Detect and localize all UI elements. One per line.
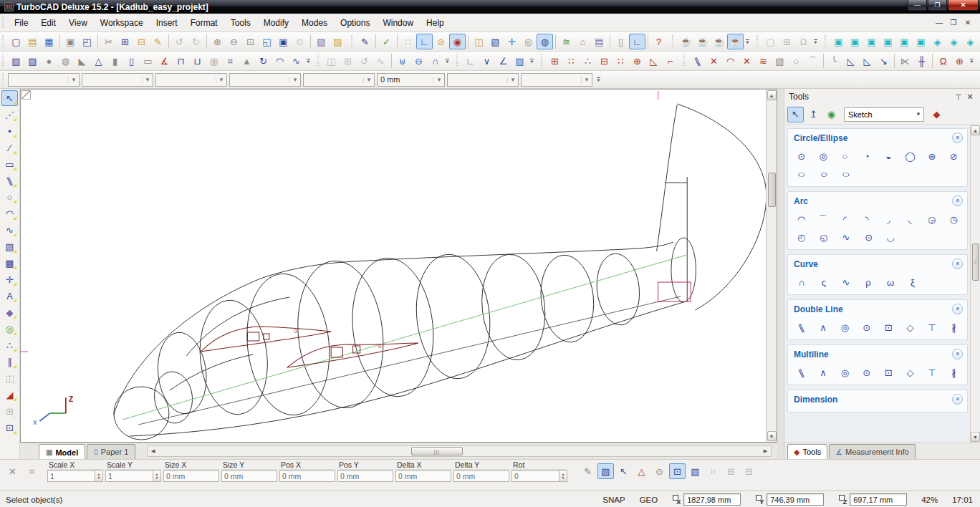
curve-sketch-icon[interactable]: ξ bbox=[903, 274, 922, 290]
field-value[interactable]: 1 bbox=[47, 470, 95, 482]
snap-center-icon[interactable]: ◎ bbox=[1, 321, 18, 337]
panel-splitter[interactable] bbox=[777, 89, 784, 459]
spinner-icon[interactable]: ▲▼ bbox=[153, 470, 161, 482]
double-line-perpendicular-icon[interactable]: ⊤ bbox=[923, 319, 941, 335]
multiline-perpendicular-icon[interactable]: ⊤ bbox=[923, 364, 941, 380]
slab-icon[interactable]: ▭ bbox=[140, 53, 156, 69]
render-wireframe-icon[interactable]: ☕ bbox=[678, 34, 694, 49]
spinner-icon[interactable]: ▲▼ bbox=[95, 470, 103, 482]
selection-info-icon[interactable]: ⌗ bbox=[24, 463, 40, 479]
sheet-tab-paper-1[interactable]: ▯Paper 1 bbox=[87, 444, 135, 459]
menu-file[interactable]: File bbox=[8, 15, 34, 31]
double-line-segment-icon[interactable]: ∥ bbox=[792, 319, 810, 335]
toolbar-grip[interactable] bbox=[825, 35, 828, 48]
pan-icon[interactable]: ✛ bbox=[1, 271, 18, 287]
toolbar-overflow-icon[interactable] bbox=[744, 34, 751, 49]
window-close-button[interactable]: ✕ bbox=[948, 0, 979, 11]
cylinder-copy-icon[interactable]: ⊔ bbox=[189, 53, 206, 69]
cut-icon[interactable]: ✂ bbox=[100, 34, 117, 49]
toolbar-grip[interactable] bbox=[756, 35, 760, 48]
panel-style-set-icon[interactable]: ◆ bbox=[928, 107, 945, 122]
fillet-icon[interactable]: ╰ bbox=[826, 53, 842, 69]
drawing-canvas[interactable]: 0 0 x Z bbox=[20, 89, 777, 443]
prism-icon[interactable]: △ bbox=[90, 53, 107, 69]
menu-window[interactable]: Window bbox=[376, 15, 420, 31]
help-book-icon[interactable]: ? bbox=[650, 34, 667, 49]
app-icon[interactable]: TC bbox=[4, 2, 14, 11]
scroll-left-icon[interactable]: ◀ bbox=[148, 448, 158, 454]
arc-3-point-icon[interactable]: ◝ bbox=[858, 211, 875, 227]
panel-tab-tools[interactable]: ◆Tools bbox=[787, 444, 827, 459]
circle-tan-3-entities-icon[interactable]: ⊛ bbox=[923, 148, 941, 164]
arc-convert-icon[interactable]: ◷ bbox=[945, 211, 963, 227]
elliptical-arc-icon[interactable]: ∿ bbox=[837, 229, 855, 245]
workplane-by-view-icon[interactable]: ∨ bbox=[479, 53, 495, 69]
coordinate-select[interactable]: ▼ bbox=[521, 73, 592, 87]
view-right-icon[interactable]: ▣ bbox=[880, 34, 896, 49]
multiline-polygon-icon[interactable]: ⊙ bbox=[858, 364, 875, 380]
materials-icon[interactable]: ⌂ bbox=[575, 34, 591, 49]
panel-tab-measurement-info[interactable]: ∡Measurement Info bbox=[829, 444, 916, 459]
coordinate-value[interactable]: 1827,98 mm bbox=[683, 493, 741, 506]
cylinder-icon[interactable]: ▮ bbox=[107, 53, 123, 69]
vector-copy-icon[interactable]: ◺ bbox=[645, 53, 662, 69]
view-front-icon[interactable]: ▣ bbox=[830, 34, 847, 49]
view-iso-ne-icon[interactable]: ◈ bbox=[962, 34, 979, 49]
menu-modify[interactable]: Modify bbox=[257, 15, 295, 31]
rotated-ellipse-icon[interactable]: ○ bbox=[815, 166, 833, 182]
fixed-ratio-arc-icon[interactable]: ◡ bbox=[881, 229, 900, 245]
coordinate-axes-icon[interactable]: ∟ bbox=[416, 34, 433, 49]
multi-parallel-icon[interactable]: ≋ bbox=[755, 53, 772, 69]
zoom-in-icon[interactable]: ⊕ bbox=[209, 34, 226, 49]
double-line-rectangle-icon[interactable]: ⊡ bbox=[880, 319, 898, 335]
box-icon[interactable]: ▧ bbox=[8, 53, 24, 69]
chamfer-two-lines-icon[interactable]: ◺ bbox=[859, 53, 875, 69]
canvas-horizontal-scrollbar[interactable]: ◀ ||| ▶ bbox=[147, 445, 772, 457]
axes-toggle-icon[interactable]: ∟ bbox=[629, 34, 645, 49]
toolbar-grip[interactable] bbox=[683, 54, 687, 67]
chamfer-icon[interactable]: ◺ bbox=[842, 53, 859, 69]
circle-icon[interactable]: ○ bbox=[1, 189, 18, 205]
workplane-by-angle-icon[interactable]: ∠ bbox=[495, 53, 511, 69]
zoom-out-icon[interactable]: ⊖ bbox=[226, 34, 242, 49]
view-back-icon[interactable]: ▣ bbox=[847, 34, 863, 49]
menu-edit[interactable]: Edit bbox=[34, 15, 62, 31]
select-3d-mode-icon[interactable]: ▧ bbox=[597, 463, 614, 479]
toolbar-overflow-icon[interactable] bbox=[812, 34, 820, 49]
copy-properties-icon[interactable]: ✎ bbox=[580, 463, 596, 479]
parallel-line-icon[interactable]: ∥ bbox=[689, 53, 706, 69]
vertical-scroll-thumb[interactable] bbox=[768, 173, 776, 207]
ellipse-fixed-ratio-icon[interactable]: ○ bbox=[837, 166, 855, 182]
break-icon[interactable]: ╫ bbox=[913, 53, 930, 69]
toolbar-grip[interactable] bbox=[317, 54, 321, 67]
coordinate-value[interactable]: 697,17 mm bbox=[850, 493, 907, 506]
circle-tan-to-arc-icon[interactable]: ◒ bbox=[880, 148, 898, 164]
save-file-icon[interactable]: ▦ bbox=[41, 34, 57, 49]
export-view-icon[interactable]: ▨ bbox=[330, 34, 346, 49]
sheet-setup-icon[interactable]: ▯ bbox=[612, 34, 629, 49]
open-symbol-library-icon[interactable]: ◫ bbox=[471, 34, 487, 49]
solid-box-icon[interactable]: ▩ bbox=[1, 255, 18, 271]
panel-select-icon[interactable]: ↖ bbox=[787, 107, 804, 122]
format-painter-icon[interactable]: ✎ bbox=[150, 34, 166, 49]
rotate-3d-icon[interactable]: ↻ bbox=[255, 53, 272, 69]
open-file-icon[interactable]: ▤ bbox=[24, 34, 41, 49]
copy-icon[interactable]: ⊞ bbox=[117, 34, 133, 49]
field-value[interactable]: 0 mm bbox=[395, 470, 451, 482]
render-quality-icon[interactable]: ☕ bbox=[727, 34, 744, 49]
measure-3d-icon[interactable]: ∡ bbox=[156, 53, 173, 69]
paste-icon[interactable]: ⊟ bbox=[133, 34, 150, 49]
panel-scroll-down-icon[interactable]: ▼ bbox=[971, 432, 980, 442]
camera-position-icon[interactable]: ◎ bbox=[520, 34, 537, 49]
fit-array-copy-icon[interactable]: ∷ bbox=[612, 53, 629, 69]
multiline-circle-icon[interactable]: ◎ bbox=[836, 364, 854, 380]
snap-vertex-icon[interactable]: ∴ bbox=[1, 337, 18, 353]
circle-tan-to-line-icon[interactable]: ◯ bbox=[901, 148, 919, 164]
multiline-rectangle-icon[interactable]: ⊡ bbox=[880, 364, 898, 380]
circle-3-point-icon[interactable]: ◔ bbox=[858, 148, 875, 164]
window-minimize-button[interactable]: — bbox=[908, 0, 927, 11]
arc-1-3-2-icon[interactable]: ◟ bbox=[901, 211, 919, 227]
select-icon[interactable]: ↖ bbox=[1, 90, 18, 106]
arc-tan-from-line-icon[interactable]: ◵ bbox=[815, 229, 833, 245]
disc-icon[interactable]: ◎ bbox=[206, 53, 222, 69]
